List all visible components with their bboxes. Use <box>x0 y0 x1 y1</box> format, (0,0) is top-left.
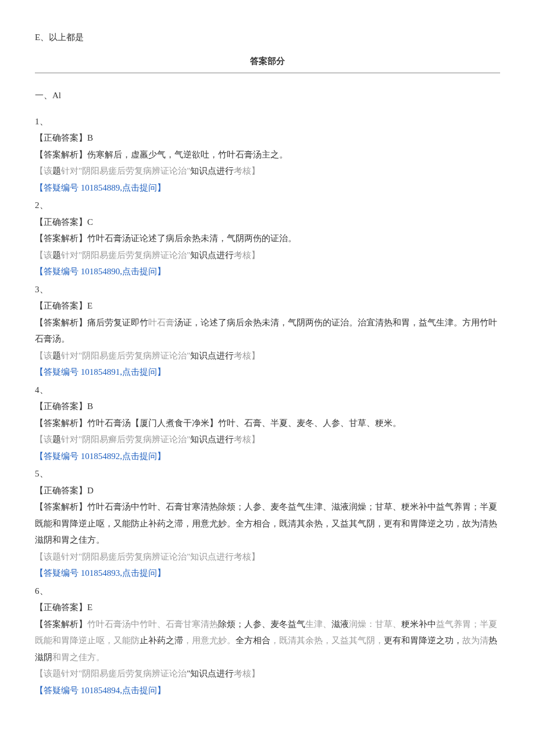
explanation-line: 【答案解析】竹叶石膏汤【厦门人煮食干净米】竹叶、石膏、半夏、麦冬、人参、甘草、粳… <box>35 415 500 432</box>
answer-block-6: 6、 【正确答案】E 【答案解析】竹叶石膏汤中竹叶、石膏甘寒清热除烦；人参、麦冬… <box>35 583 500 699</box>
section-header: 一、Al <box>35 87 500 104</box>
correct-answer-line: 【正确答案】B <box>35 130 500 146</box>
answer-block-3: 3、 【正确答案】E 【答案解析】痛后劳复证即竹叶石膏汤证，论述了病后余热未清，… <box>35 281 500 381</box>
answer-block-2: 2、 【正确答案】C 【答案解析】竹叶石膏汤证论述了病后余热未清，气阴两伤的证治… <box>35 197 500 280</box>
faq-link[interactable]: 【答疑编号 101854891,点击提问】 <box>35 364 500 381</box>
correct-answer-line: 【正确答案】E <box>35 599 500 616</box>
answer-block-1: 1、 【正确答案】B 【答案解析】伤寒解后，虚羸少气，气逆欲吐，竹叶石膏汤主之。… <box>35 113 500 196</box>
knowledge-point-line: 【该题针对"阴阳易瘥后劳复病辨证论治"知识点进行考核】 <box>35 549 500 565</box>
explanation-line: 【答案解析】伤寒解后，虚羸少气，气逆欲吐，竹叶石膏汤主之。 <box>35 146 500 163</box>
correct-answer-line: 【正确答案】B <box>35 398 500 415</box>
correct-answer-line: 【正确答案】C <box>35 214 500 231</box>
answer-section-title: 答案部分 <box>35 53 500 70</box>
explanation-line: 【答案解析】竹叶石膏汤中竹叶、石膏甘寒清热除烦；人参、麦冬益气生津、滋液润燥；甘… <box>35 499 500 549</box>
question-number: 5、 <box>35 465 500 482</box>
answer-block-4: 4、 【正确答案】B 【答案解析】竹叶石膏汤【厦门人煮食干净米】竹叶、石膏、半夏… <box>35 382 500 465</box>
explanation-line: 【答案解析】竹叶石膏汤中竹叶、石膏甘寒清热除烦；人参、麦冬益气生津、滋液润燥：甘… <box>35 616 500 666</box>
answer-block-5: 5、 【正确答案】D 【答案解析】竹叶石膏汤中竹叶、石膏甘寒清热除烦；人参、麦冬… <box>35 465 500 582</box>
question-number: 6、 <box>35 583 500 600</box>
explanation-line: 【答案解析】竹叶石膏汤证论述了病后余热未清，气阴两伤的证治。 <box>35 230 500 247</box>
faq-link[interactable]: 【答疑编号 101854890,点击提问】 <box>35 263 500 280</box>
faq-link[interactable]: 【答疑编号 101854893,点击提问】 <box>35 565 500 582</box>
faq-link[interactable]: 【答疑编号 101854889,点击提问】 <box>35 180 500 196</box>
correct-answer-line: 【正确答案】D <box>35 482 500 499</box>
faq-link[interactable]: 【答疑编号 101854892,点击提问】 <box>35 448 500 465</box>
question-number: 4、 <box>35 382 500 399</box>
knowledge-point-line: 【该题针对"阴阳易癣后劳复病辨证论治"知识点进行考核】 <box>35 431 500 448</box>
knowledge-point-line: 【该题针对"阴阳易瘥后劳复病辨证论治"知识点进行考核】 <box>35 347 500 364</box>
correct-answer-line: 【正确答案】E <box>35 298 500 314</box>
explanation-line: 【答案解析】痛后劳复证即竹叶石膏汤证，论述了病后余热未清，气阴两伤的证治。治宜清… <box>35 314 500 347</box>
question-number: 3、 <box>35 281 500 298</box>
knowledge-point-line: 【该题针对"阴阳易瘥后劳复病辨证论治"知识点进行考核】 <box>35 247 500 264</box>
option-e: E、以上都是 <box>35 29 500 46</box>
question-number: 1、 <box>35 113 500 130</box>
knowledge-point-line: 【该题针对"阴阳易瘥后劳复病辨证论治"知识点进行考核】 <box>35 163 500 180</box>
faq-link[interactable]: 【答疑编号 101854894,点击提问】 <box>35 682 500 699</box>
knowledge-point-line: 【该题针对"阴阳易瘥后劳复病辨证论治"知识点进行考核】 <box>35 665 500 682</box>
divider <box>35 73 500 73</box>
question-number: 2、 <box>35 197 500 214</box>
